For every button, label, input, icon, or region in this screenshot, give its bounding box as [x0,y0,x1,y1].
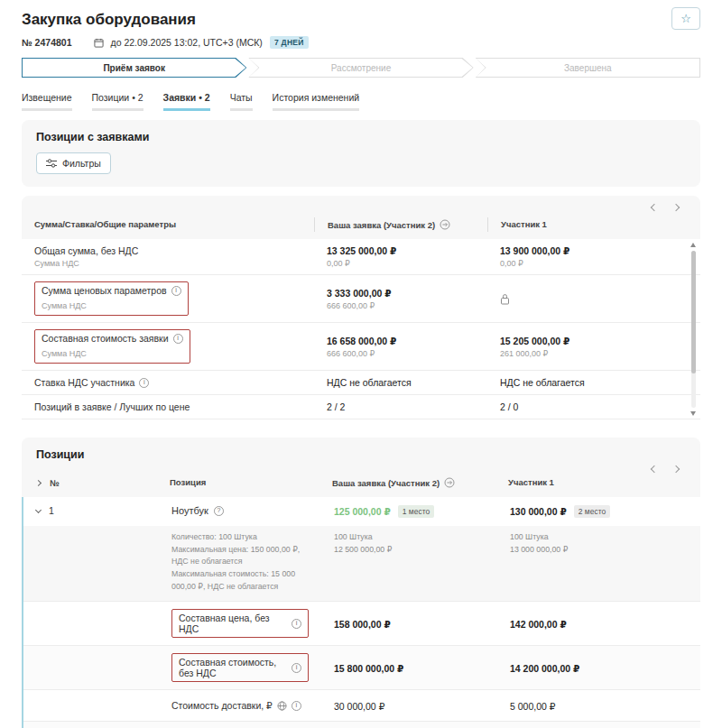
scroll-down-icon[interactable] [690,411,696,416]
page-title: Закупка оборудования [22,11,700,29]
param-row: Составная стоимость, без НДСi 15 800 000… [23,645,700,689]
tab-chats[interactable]: Чаты [230,92,253,111]
lock-icon [500,293,688,305]
calendar-icon [94,38,104,48]
highlight-box: Составная стоимость, без НДСi [171,653,309,682]
table-row: Составная стоимость заявки i Сумма НДС 1… [22,323,700,371]
highlight-box: Составная стоимость заявки i Сумма НДС [34,329,190,364]
step-finished: Завершена [476,58,700,78]
positions-title: Позиции [36,448,686,461]
deadline-text: до 22.09.2025 13:02, UTC+3 (МСК) [111,37,263,48]
filters-button[interactable]: Фильтры [36,152,111,174]
expand-all-icon[interactable] [35,479,42,485]
info-icon[interactable]: i [292,663,301,673]
table-row: Ставка НДС участникаi НДС не облагается … [22,371,700,395]
tab-positions[interactable]: Позиции • 2 [92,92,143,111]
bids-table-body: Общая сумма, без НДС Сумма НДС 13 325 00… [22,239,700,425]
positions-table-header: № Позиция Ваша заявка (Участник 2) Участ… [22,474,700,497]
positions-carousel-controls [22,465,700,474]
tab-notice[interactable]: Извещение [22,92,72,111]
bids-comparison-panel: Сумма/Ставка/Общие параметры Ваша заявка… [22,196,700,425]
col-your-bid-header: Ваша заявка (Участник 2) [319,474,495,497]
positions-panel: Позиции № Позиция Ваша заявка (Участник … [22,438,700,728]
step-accepting-bids: Приём заявок [22,58,246,78]
tab-bids[interactable]: Заявки • 2 [163,92,210,111]
filter-icon [46,159,57,168]
col-your-bid-header: Ваша заявка (Участник 2) [314,217,487,232]
filters-panel: Позиции с заявками Фильтры [22,120,700,187]
carousel-left-icon[interactable] [652,205,657,210]
locked-value-cell [487,287,700,311]
position-group-1: 1 Ноутбук ? 125 000,00 ₽ 1 место 130 000… [22,497,700,728]
star-icon: ☆ [680,12,691,25]
col-position-header: Позиция [157,474,319,497]
place-badge: 1 место [398,505,434,518]
position-main-row: 1 Ноутбук ? 125 000,00 ₽ 1 место 130 000… [23,497,700,526]
info-icon[interactable]: i [173,334,183,344]
table-row: Сумма ценовых параметров i Сумма НДС 3 3… [22,275,700,323]
param-row: Стоимость сборки, ₽ i 3 000,00 ₽ [23,721,700,728]
param-row: Стоимость доставки, ₽ i 30 000,00 ₽ 5 00… [23,689,700,721]
info-icon[interactable]: i [292,701,301,711]
info-icon[interactable]: i [139,378,149,388]
tab-history[interactable]: История изменений [273,92,360,111]
your-price: 125 000,00 ₽ [334,506,391,517]
procurement-meta: № 2474801 до 22.09.2025 13:02, UTC+3 (МС… [0,29,722,54]
col-number-header: № [50,478,60,488]
highlight-box: Сумма ценовых параметров i Сумма НДС [34,281,189,316]
locked-value-cell [497,724,700,728]
carousel-right-icon[interactable] [673,205,679,210]
table-row: Общая сумма, без НДС Сумма НДС 13 325 00… [22,239,700,275]
favorite-button[interactable]: ☆ [671,7,700,30]
circle-arrow-icon[interactable] [444,477,455,488]
tab-bar: Извещение Позиции • 2 Заявки • 2 Чаты Ис… [0,87,722,111]
carousel-right-icon[interactable] [673,466,679,472]
place-badge: 2 место [574,505,610,518]
positions-table-body: 1 Ноутбук ? 125 000,00 ₽ 1 место 130 000… [22,497,700,728]
info-icon[interactable]: i [171,286,181,296]
filters-button-label: Фильтры [62,158,101,169]
col-participant1-header: Участник 1 [487,217,700,232]
status-stepper: Приём заявок Рассмотрение Завершена [22,58,700,78]
highlight-box: Составная цена, без НДСi [171,609,309,638]
globe-icon [277,701,287,711]
scrollbar-thumb[interactable] [691,251,696,373]
bids-carousel-controls [22,196,700,212]
info-icon[interactable]: i [292,619,301,629]
table-row: Дата подачи заявки, UTC+3 (МСК) 15.09.20… [22,419,700,425]
procurement-number: № 2474801 [22,37,72,48]
carousel-left-icon[interactable] [652,466,657,472]
table-row: Позиций в заявке / Лучших по цене 2 / 2 … [22,395,700,419]
param-row: Составная цена, без НДСi 158 000,00 ₽ 14… [23,601,700,645]
col-params-header: Сумма/Ставка/Общие параметры [22,217,314,232]
scroll-up-icon[interactable] [690,243,696,247]
step-review: Рассмотрение [248,58,473,78]
col-participant1-header: Участник 1 [495,474,700,497]
filters-panel-title: Позиции с заявками [36,131,686,143]
days-left-badge: 7 дней [270,36,309,49]
page-header: Закупка оборудования ☆ [0,0,722,29]
participant1-price: 130 000,00 ₽ [510,506,567,517]
bids-table-header: Сумма/Ставка/Общие параметры Ваша заявка… [22,212,700,239]
collapse-row-icon[interactable] [35,506,42,512]
vertical-scrollbar[interactable] [689,243,698,421]
question-icon[interactable]: ? [214,506,224,516]
position-info-row: Количество: 100 Штука Максимальная цена:… [23,526,700,601]
circle-arrow-icon[interactable] [440,219,450,230]
